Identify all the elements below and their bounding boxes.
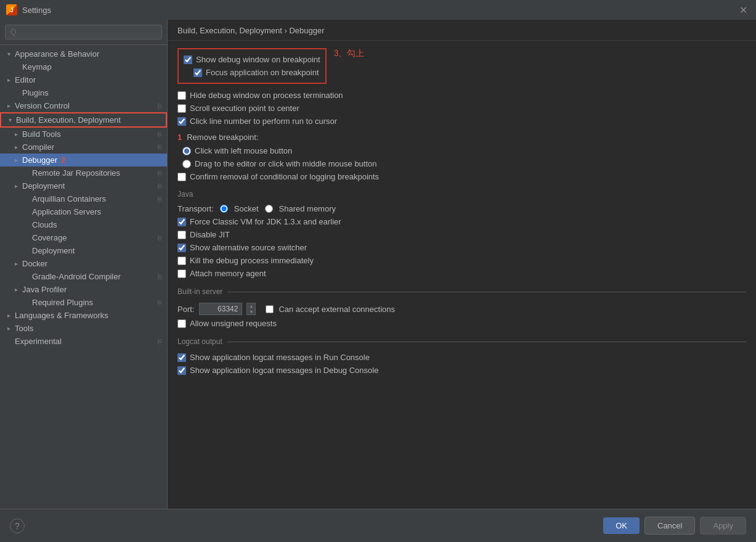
scroll-execution-checkbox[interactable]: [177, 104, 186, 113]
show-debug-console-label[interactable]: Show application logcat messages in Debu…: [190, 366, 378, 375]
show-alternative-checkbox[interactable]: [177, 244, 186, 252]
sidebar-item-label-debugger: Debugger: [22, 155, 57, 165]
sidebar-item-required-plugins[interactable]: Required Plugins ⎘: [0, 296, 167, 309]
sidebar-item-arquillian[interactable]: Arquillian Containers ⎘: [0, 192, 167, 205]
disable-jit-label[interactable]: Disable JIT: [190, 230, 230, 239]
close-button[interactable]: ✕: [737, 3, 750, 17]
port-row: Port: ▲ ▼ Can accept external connection…: [177, 301, 746, 317]
sidebar-item-experimental[interactable]: Experimental ⎘: [0, 335, 167, 348]
allow-unsigned-checkbox[interactable]: [177, 319, 186, 328]
arrow-languages: [5, 312, 12, 319]
force-classic-vm-label[interactable]: Force Classic VM for JDK 1.3.x and earli…: [190, 217, 341, 226]
sidebar-item-build-exec[interactable]: Build, Execution, Deployment: [0, 112, 167, 128]
sidebar-item-deployment-parent[interactable]: Deployment ⎘: [0, 179, 167, 192]
breadcrumb-current: Debugger: [289, 26, 324, 35]
show-debug-window-checkbox[interactable]: [184, 55, 192, 64]
sidebar-item-label-clouds: Clouds: [32, 220, 57, 229]
show-run-console-label[interactable]: Show application logcat messages in Run …: [190, 353, 370, 362]
can-accept-external-label[interactable]: Can accept external connections: [278, 305, 395, 314]
hide-debug-window-label[interactable]: Hide debug window on process termination: [190, 91, 343, 100]
arrow-java-profiler: [12, 286, 20, 294]
sidebar-item-gradle-android[interactable]: Gradle-Android Compiler ⎘: [0, 270, 167, 283]
sidebar-item-label-coverage: Coverage: [32, 233, 67, 242]
sidebar-item-label-editor: Editor: [15, 75, 36, 84]
sidebar: Appearance & Behavior Keymap Editor Plug…: [0, 20, 168, 509]
copy-icon-deployment-parent: ⎘: [158, 183, 162, 190]
port-input[interactable]: [199, 303, 242, 315]
sidebar-item-clouds[interactable]: Clouds: [0, 218, 167, 231]
radio-click-left[interactable]: [182, 147, 191, 155]
sidebar-item-label-languages: Languages & Frameworks: [15, 311, 108, 320]
apply-button[interactable]: Apply: [700, 517, 746, 535]
sidebar-item-deployment-child[interactable]: Deployment: [0, 244, 167, 257]
cancel-button[interactable]: Cancel: [644, 517, 695, 535]
click-line-number-label[interactable]: Click line number to perform run to curs…: [190, 117, 337, 126]
show-alternative-label[interactable]: Show alternative source switcher: [190, 243, 307, 252]
can-accept-external-checkbox[interactable]: [266, 305, 274, 313]
kill-debug-label[interactable]: Kill the debug process immediately: [190, 256, 314, 265]
sidebar-item-debugger[interactable]: Debugger 2: [0, 154, 167, 166]
allow-unsigned-row: Allow unsigned requests: [177, 317, 746, 330]
focus-application-row: Focus application on breakpoint: [184, 66, 320, 79]
radio-shared-memory-label[interactable]: Shared memory: [279, 204, 336, 213]
confirm-removal-label[interactable]: Confirm removal of conditional or loggin…: [190, 172, 379, 181]
sidebar-item-languages[interactable]: Languages & Frameworks: [0, 309, 167, 322]
content-area: Build, Execution, Deployment › Debugger …: [168, 20, 756, 509]
show-debug-window-label[interactable]: Show debug window on breakpoint: [196, 55, 320, 64]
sidebar-item-tools[interactable]: Tools: [0, 322, 167, 335]
sidebar-item-app-servers[interactable]: Application Servers: [0, 205, 167, 218]
app-icon: J: [6, 4, 17, 15]
port-label: Port:: [177, 305, 194, 314]
copy-icon-arquillian: ⎘: [158, 195, 162, 203]
click-line-number-checkbox[interactable]: [177, 117, 186, 126]
show-debug-window-row: Show debug window on breakpoint: [184, 53, 320, 66]
copy-icon-required-plugins: ⎘: [158, 299, 162, 306]
radio-socket-label[interactable]: Socket: [234, 204, 259, 213]
focus-application-label[interactable]: Focus application on breakpoint: [206, 68, 319, 77]
arrow-build-tools: [12, 131, 20, 138]
show-debug-console-checkbox[interactable]: [177, 366, 186, 375]
sidebar-item-plugins[interactable]: Plugins: [0, 86, 167, 99]
sidebar-item-label-required-plugins: Required Plugins: [32, 298, 93, 307]
scroll-execution-label[interactable]: Scroll execution point to center: [190, 104, 299, 113]
copy-icon-build-tools: ⎘: [158, 131, 162, 138]
sidebar-item-docker[interactable]: Docker: [0, 257, 167, 270]
confirm-removal-checkbox[interactable]: [177, 173, 186, 181]
radio-drag[interactable]: [182, 160, 191, 168]
radio-drag-label[interactable]: Drag to the editor or click with middle …: [195, 159, 377, 168]
sidebar-item-label-build-exec: Build, Execution, Deployment: [16, 115, 121, 125]
sidebar-item-keymap[interactable]: Keymap: [0, 60, 167, 73]
attach-memory-label[interactable]: Attach memory agent: [190, 269, 266, 278]
sidebar-item-editor[interactable]: Editor: [0, 73, 167, 86]
radio-click-left-label[interactable]: Click with left mouse button: [195, 146, 292, 155]
sidebar-item-build-tools[interactable]: Build Tools ⎘: [0, 128, 167, 141]
transport-row: Transport: Socket Shared memory: [177, 202, 746, 215]
attach-memory-checkbox[interactable]: [177, 269, 186, 278]
hide-debug-window-checkbox[interactable]: [177, 91, 186, 100]
force-classic-vm-row: Force Classic VM for JDK 1.3.x and earli…: [177, 215, 746, 228]
port-spinner-up[interactable]: ▲: [247, 303, 255, 309]
force-classic-vm-checkbox[interactable]: [177, 218, 186, 226]
arrow-editor: [5, 76, 12, 84]
sidebar-item-appearance[interactable]: Appearance & Behavior: [0, 47, 167, 60]
sidebar-item-coverage[interactable]: Coverage ⎘: [0, 231, 167, 244]
radio-socket[interactable]: [220, 205, 228, 213]
sidebar-item-remote-jar[interactable]: Remote Jar Repositories ⎘: [0, 166, 167, 179]
allow-unsigned-label[interactable]: Allow unsigned requests: [190, 319, 277, 328]
arrow-tools: [5, 325, 12, 332]
port-spinner-down[interactable]: ▼: [247, 309, 255, 314]
radio-shared-memory[interactable]: [265, 205, 273, 213]
search-input[interactable]: [5, 25, 162, 39]
show-run-console-checkbox[interactable]: [177, 353, 186, 362]
help-button[interactable]: ?: [10, 519, 25, 533]
disable-jit-checkbox[interactable]: [177, 231, 186, 239]
sidebar-item-compiler[interactable]: Compiler ⎘: [0, 141, 167, 154]
main-area: Appearance & Behavior Keymap Editor Plug…: [0, 20, 756, 509]
sidebar-item-version-control[interactable]: Version Control ⎘: [0, 99, 167, 112]
sidebar-item-java-profiler[interactable]: Java Profiler: [0, 283, 167, 296]
focus-application-checkbox[interactable]: [193, 68, 202, 77]
ok-button[interactable]: OK: [603, 517, 640, 534]
copy-icon-compiler: ⎘: [158, 144, 162, 151]
kill-debug-checkbox[interactable]: [177, 257, 186, 265]
logcat-divider-line: [227, 342, 746, 342]
